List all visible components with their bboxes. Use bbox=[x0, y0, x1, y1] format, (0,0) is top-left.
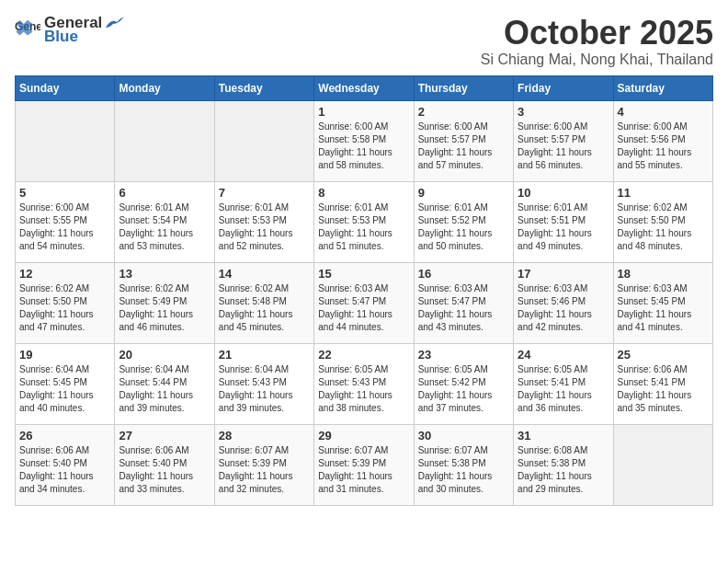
day-info: Sunrise: 6:04 AMSunset: 5:45 PMDaylight:… bbox=[19, 363, 110, 415]
weekday-header-thursday: Thursday bbox=[414, 75, 513, 100]
weekday-header-sunday: Sunday bbox=[16, 75, 115, 100]
title-section: October 2025 Si Chiang Mai, Nong Khai, T… bbox=[481, 15, 713, 68]
day-info: Sunrise: 6:00 AMSunset: 5:55 PMDaylight:… bbox=[19, 201, 110, 253]
day-number: 13 bbox=[119, 267, 210, 281]
day-number: 18 bbox=[618, 267, 709, 281]
calendar-cell: 7Sunrise: 6:01 AMSunset: 5:53 PMDaylight… bbox=[214, 181, 313, 262]
calendar-week-row: 1Sunrise: 6:00 AMSunset: 5:58 PMDaylight… bbox=[16, 100, 713, 181]
day-info: Sunrise: 6:01 AMSunset: 5:52 PMDaylight:… bbox=[418, 201, 509, 253]
day-number: 26 bbox=[19, 429, 110, 442]
calendar-cell: 8Sunrise: 6:01 AMSunset: 5:53 PMDaylight… bbox=[314, 181, 414, 262]
weekday-header-monday: Monday bbox=[115, 75, 214, 100]
logo-icon: General bbox=[15, 17, 40, 43]
calendar-cell: 13Sunrise: 6:02 AMSunset: 5:49 PMDayligh… bbox=[115, 262, 214, 343]
calendar-cell: 16Sunrise: 6:03 AMSunset: 5:47 PMDayligh… bbox=[414, 262, 513, 343]
day-number: 10 bbox=[518, 186, 609, 200]
day-number: 19 bbox=[19, 348, 110, 362]
day-info: Sunrise: 6:04 AMSunset: 5:44 PMDaylight:… bbox=[119, 363, 210, 415]
calendar-cell bbox=[16, 100, 115, 181]
calendar-cell: 9Sunrise: 6:01 AMSunset: 5:52 PMDaylight… bbox=[414, 181, 513, 262]
day-number: 6 bbox=[119, 186, 210, 200]
day-number: 7 bbox=[219, 186, 310, 200]
calendar-cell: 23Sunrise: 6:05 AMSunset: 5:42 PMDayligh… bbox=[414, 343, 513, 424]
weekday-header-friday: Friday bbox=[514, 75, 613, 100]
day-number: 11 bbox=[618, 186, 709, 200]
calendar-cell: 3Sunrise: 6:00 AMSunset: 5:57 PMDaylight… bbox=[514, 100, 613, 181]
calendar-cell: 18Sunrise: 6:03 AMSunset: 5:45 PMDayligh… bbox=[613, 262, 712, 343]
day-number: 25 bbox=[618, 348, 709, 362]
logo: General General Blue bbox=[15, 15, 124, 45]
calendar-table: SundayMondayTuesdayWednesdayThursdayFrid… bbox=[15, 75, 713, 506]
day-info: Sunrise: 6:00 AMSunset: 5:58 PMDaylight:… bbox=[318, 121, 409, 172]
day-number: 1 bbox=[318, 105, 409, 119]
calendar-cell: 25Sunrise: 6:06 AMSunset: 5:41 PMDayligh… bbox=[613, 343, 712, 424]
calendar-cell: 4Sunrise: 6:00 AMSunset: 5:56 PMDaylight… bbox=[613, 100, 712, 181]
calendar-cell: 28Sunrise: 6:07 AMSunset: 5:39 PMDayligh… bbox=[214, 424, 313, 505]
calendar-cell bbox=[613, 424, 712, 505]
day-number: 8 bbox=[318, 186, 409, 200]
day-number: 21 bbox=[219, 348, 310, 362]
day-info: Sunrise: 6:06 AMSunset: 5:41 PMDaylight:… bbox=[618, 363, 709, 415]
weekday-header-saturday: Saturday bbox=[613, 75, 712, 100]
day-number: 15 bbox=[318, 267, 409, 281]
day-number: 9 bbox=[418, 186, 509, 200]
day-info: Sunrise: 6:03 AMSunset: 5:47 PMDaylight:… bbox=[318, 282, 409, 334]
calendar-cell: 29Sunrise: 6:07 AMSunset: 5:39 PMDayligh… bbox=[314, 424, 414, 505]
weekday-header-tuesday: Tuesday bbox=[214, 75, 313, 100]
day-info: Sunrise: 6:07 AMSunset: 5:39 PMDaylight:… bbox=[219, 444, 310, 496]
day-number: 28 bbox=[219, 429, 310, 442]
day-info: Sunrise: 6:05 AMSunset: 5:43 PMDaylight:… bbox=[318, 363, 409, 415]
day-info: Sunrise: 6:00 AMSunset: 5:56 PMDaylight:… bbox=[618, 121, 709, 172]
day-info: Sunrise: 6:02 AMSunset: 5:49 PMDaylight:… bbox=[119, 282, 210, 334]
calendar-week-row: 26Sunrise: 6:06 AMSunset: 5:40 PMDayligh… bbox=[16, 424, 713, 505]
day-number: 4 bbox=[618, 105, 709, 119]
day-info: Sunrise: 6:02 AMSunset: 5:50 PMDaylight:… bbox=[618, 201, 709, 253]
day-number: 29 bbox=[318, 429, 409, 442]
day-info: Sunrise: 6:06 AMSunset: 5:40 PMDaylight:… bbox=[119, 444, 210, 496]
weekday-header-row: SundayMondayTuesdayWednesdayThursdayFrid… bbox=[16, 75, 713, 100]
calendar-cell: 5Sunrise: 6:00 AMSunset: 5:55 PMDaylight… bbox=[16, 181, 115, 262]
day-info: Sunrise: 6:01 AMSunset: 5:53 PMDaylight:… bbox=[318, 201, 409, 253]
day-number: 31 bbox=[518, 429, 609, 442]
day-number: 30 bbox=[418, 429, 509, 442]
calendar-cell: 2Sunrise: 6:00 AMSunset: 5:57 PMDaylight… bbox=[414, 100, 513, 181]
calendar-cell: 22Sunrise: 6:05 AMSunset: 5:43 PMDayligh… bbox=[314, 343, 414, 424]
month-title: October 2025 bbox=[481, 15, 713, 52]
calendar-cell: 20Sunrise: 6:04 AMSunset: 5:44 PMDayligh… bbox=[115, 343, 214, 424]
day-info: Sunrise: 6:06 AMSunset: 5:40 PMDaylight:… bbox=[19, 444, 110, 496]
day-info: Sunrise: 6:00 AMSunset: 5:57 PMDaylight:… bbox=[418, 121, 509, 172]
calendar-week-row: 12Sunrise: 6:02 AMSunset: 5:50 PMDayligh… bbox=[16, 262, 713, 343]
day-info: Sunrise: 6:01 AMSunset: 5:51 PMDaylight:… bbox=[518, 201, 609, 253]
day-number: 20 bbox=[119, 348, 210, 362]
day-number: 27 bbox=[119, 429, 210, 442]
calendar-cell: 15Sunrise: 6:03 AMSunset: 5:47 PMDayligh… bbox=[314, 262, 414, 343]
day-info: Sunrise: 6:05 AMSunset: 5:41 PMDaylight:… bbox=[518, 363, 609, 415]
calendar-cell: 11Sunrise: 6:02 AMSunset: 5:50 PMDayligh… bbox=[613, 181, 712, 262]
day-number: 14 bbox=[219, 267, 310, 281]
calendar-week-row: 5Sunrise: 6:00 AMSunset: 5:55 PMDaylight… bbox=[16, 181, 713, 262]
day-number: 2 bbox=[418, 105, 509, 119]
day-info: Sunrise: 6:08 AMSunset: 5:38 PMDaylight:… bbox=[518, 444, 609, 496]
calendar-cell: 6Sunrise: 6:01 AMSunset: 5:54 PMDaylight… bbox=[115, 181, 214, 262]
calendar-cell: 21Sunrise: 6:04 AMSunset: 5:43 PMDayligh… bbox=[214, 343, 313, 424]
day-number: 12 bbox=[19, 267, 110, 281]
day-number: 3 bbox=[518, 105, 609, 119]
day-info: Sunrise: 6:05 AMSunset: 5:42 PMDaylight:… bbox=[418, 363, 509, 415]
calendar-cell: 12Sunrise: 6:02 AMSunset: 5:50 PMDayligh… bbox=[16, 262, 115, 343]
day-info: Sunrise: 6:00 AMSunset: 5:57 PMDaylight:… bbox=[518, 121, 609, 172]
calendar-cell: 14Sunrise: 6:02 AMSunset: 5:48 PMDayligh… bbox=[214, 262, 313, 343]
day-info: Sunrise: 6:02 AMSunset: 5:48 PMDaylight:… bbox=[219, 282, 310, 334]
calendar-cell: 26Sunrise: 6:06 AMSunset: 5:40 PMDayligh… bbox=[16, 424, 115, 505]
calendar-cell: 31Sunrise: 6:08 AMSunset: 5:38 PMDayligh… bbox=[514, 424, 613, 505]
calendar-cell: 24Sunrise: 6:05 AMSunset: 5:41 PMDayligh… bbox=[514, 343, 613, 424]
day-info: Sunrise: 6:01 AMSunset: 5:54 PMDaylight:… bbox=[119, 201, 210, 253]
logo-bird-icon bbox=[104, 15, 124, 31]
day-info: Sunrise: 6:07 AMSunset: 5:39 PMDaylight:… bbox=[318, 444, 409, 496]
day-info: Sunrise: 6:01 AMSunset: 5:53 PMDaylight:… bbox=[219, 201, 310, 253]
day-number: 23 bbox=[418, 348, 509, 362]
calendar-cell: 1Sunrise: 6:00 AMSunset: 5:58 PMDaylight… bbox=[314, 100, 414, 181]
header: General General Blue October 2025 Si Chi… bbox=[15, 15, 713, 68]
day-info: Sunrise: 6:07 AMSunset: 5:38 PMDaylight:… bbox=[418, 444, 509, 496]
calendar-cell bbox=[214, 100, 313, 181]
day-info: Sunrise: 6:04 AMSunset: 5:43 PMDaylight:… bbox=[219, 363, 310, 415]
